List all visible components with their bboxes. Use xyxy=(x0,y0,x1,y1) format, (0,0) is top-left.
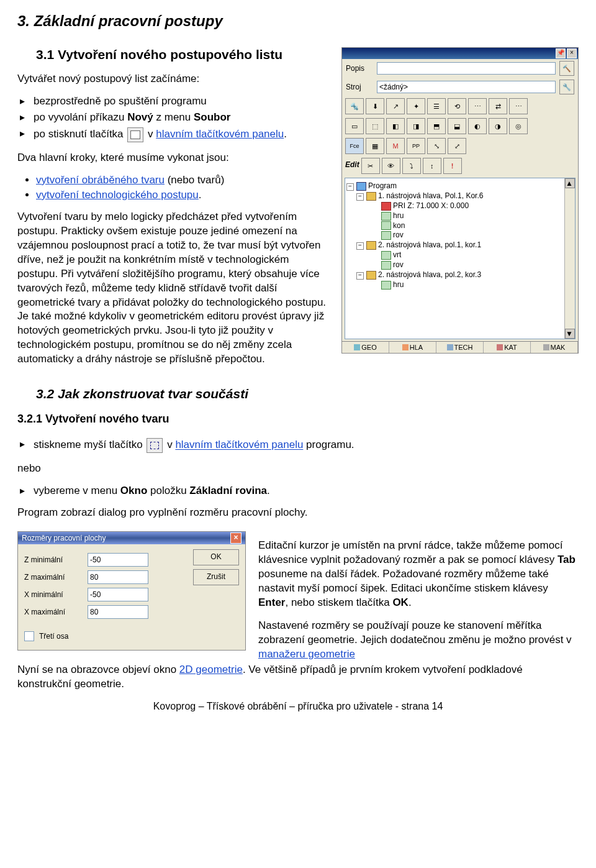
tree-program[interactable]: Program xyxy=(368,181,397,190)
edit-label: Edit xyxy=(345,158,359,174)
tree-item[interactable]: hru xyxy=(393,280,404,289)
list-item: po vyvolání příkazu Nový z menu Soubor xyxy=(34,111,579,124)
tab-kat[interactable]: KAT xyxy=(484,342,531,353)
close-icon[interactable]: × xyxy=(230,532,242,544)
tool-icon[interactable]: ⤵ xyxy=(402,158,421,174)
bullet-list-32b: vybereme v menu Okno položku Základní ro… xyxy=(17,485,579,497)
tab-tech[interactable]: TECH xyxy=(436,342,484,353)
program-panel: 📌 × Popis 🔨 Stroj 🔧 🔩 ⬇ ↗ ✦ ☰ ⟲ ⋯ ⇄ ⋯ ▭ … xyxy=(341,47,579,354)
page-footer: Kovoprog – Třískové obrábění – příručka … xyxy=(17,701,579,712)
nebo: nebo xyxy=(17,462,579,476)
label-zmax: Z maximální xyxy=(24,573,83,582)
dialog-titlebar: Rozměry pracovní plochy × xyxy=(18,532,245,544)
tree-item[interactable]: 2. nástrojová hlava, pol.2, kor.3 xyxy=(378,270,481,279)
tree-item[interactable]: 2. nástrojová hlava, pol.1, kor.1 xyxy=(378,240,481,249)
tree-item[interactable]: 1. nástrojová hlava, Pol.1, Kor.6 xyxy=(378,191,483,200)
close-icon[interactable]: × xyxy=(567,48,577,58)
cut-icon[interactable]: ✂ xyxy=(361,158,380,174)
scrollbar[interactable]: ▲▼ xyxy=(564,178,575,339)
hammer-icon[interactable]: 🔨 xyxy=(559,61,574,76)
input-xmin[interactable] xyxy=(88,588,148,601)
link-geometry-manager[interactable]: manažeru geometrie xyxy=(258,648,355,660)
list-item: vybereme v menu Okno položku Základní ro… xyxy=(34,485,579,497)
tree-item[interactable]: rov xyxy=(393,231,404,239)
tree-item[interactable]: PRI Z: 71.000 X: 0.000 xyxy=(393,201,469,210)
tab-geo[interactable]: GEO xyxy=(342,342,389,353)
heading-32: 3.2 Jak zkonstruovat tvar součásti xyxy=(17,386,579,401)
panel-titlebar: 📌 × xyxy=(342,48,578,59)
label-xmax: X maximální xyxy=(24,608,83,616)
pin-icon[interactable]: 📌 xyxy=(556,48,566,58)
list-item: bezprostředně po spuštění programu xyxy=(34,95,579,107)
input-zmin[interactable] xyxy=(88,553,148,567)
link-main-toolbar[interactable]: hlavním tlačítkovém panelu xyxy=(175,439,303,451)
label-xmin: X minimální xyxy=(24,590,83,599)
label-stroj: Stroj xyxy=(346,83,373,91)
tool-icon[interactable]: ↕ xyxy=(423,158,441,174)
checkbox-third-axis[interactable] xyxy=(24,631,34,641)
tab-hla[interactable]: HLA xyxy=(389,342,436,353)
after-32: Program zobrazí dialog pro vyplnění rozm… xyxy=(17,506,579,520)
tree-item[interactable]: hru xyxy=(393,211,404,220)
program-tree[interactable]: −Program −1. nástrojová hlava, Pol.1, Ko… xyxy=(345,178,576,339)
new-file-icon[interactable] xyxy=(127,127,143,142)
paragraph-final: Nyní se na obrazovce objeví okno 2D geom… xyxy=(17,663,579,692)
list-item: po stisknutí tlačítka v hlavním tlačítko… xyxy=(34,127,579,142)
label-popis: Popis xyxy=(346,64,373,73)
link-create-tech[interactable]: vytvoření technologického postupu xyxy=(36,189,199,201)
tree-item[interactable]: vrt xyxy=(393,250,401,259)
bullet-list-32a: stiskneme myší tlačítko v hlavním tlačít… xyxy=(17,438,579,453)
heading-main: 3. Základní pracovní postupy xyxy=(17,12,579,30)
dialog-workspace-size: Rozměry pracovní plochy × Z minimální Z … xyxy=(17,531,246,651)
tab-mak[interactable]: MAK xyxy=(531,342,578,353)
input-popis[interactable] xyxy=(377,62,556,75)
label-zmin: Z minimální xyxy=(24,555,83,564)
panel-tabs: GEO HLA TECH KAT MAK xyxy=(342,341,578,353)
wrench-icon[interactable]: 🔧 xyxy=(559,80,574,94)
link-2d-geometry[interactable]: 2D geometrie xyxy=(179,664,243,675)
link-main-toolbar[interactable]: hlavním tlačítkovém panelu xyxy=(156,128,284,140)
input-xmax[interactable] xyxy=(88,605,148,619)
eye-icon[interactable]: 👁 xyxy=(382,158,400,174)
toolbar-edit: Edit ✂ 👁 ⤵ ↕ ! xyxy=(342,156,578,176)
tree-item[interactable]: kon xyxy=(393,221,405,230)
dialog-title: Rozměry pracovní plochy xyxy=(22,534,106,542)
input-zmax[interactable] xyxy=(88,570,148,584)
excl-icon[interactable]: ! xyxy=(443,158,462,174)
cancel-button[interactable]: Zrušit xyxy=(193,569,239,585)
input-stroj[interactable] xyxy=(377,81,556,93)
list-item: stiskneme myší tlačítko v hlavním tlačít… xyxy=(34,438,579,453)
link-create-shape[interactable]: vytvoření obráběného tvaru xyxy=(36,174,165,186)
tree-item[interactable]: rov xyxy=(393,260,404,269)
label-third-axis: Třetí osa xyxy=(39,632,68,641)
geometry-icon[interactable] xyxy=(147,438,163,453)
ok-button[interactable]: OK xyxy=(193,549,239,565)
bullet-list-31: bezprostředně po spuštění programu po vy… xyxy=(17,95,579,142)
heading-321: 3.2.1 Vytvoření nového tvaru xyxy=(17,413,579,426)
